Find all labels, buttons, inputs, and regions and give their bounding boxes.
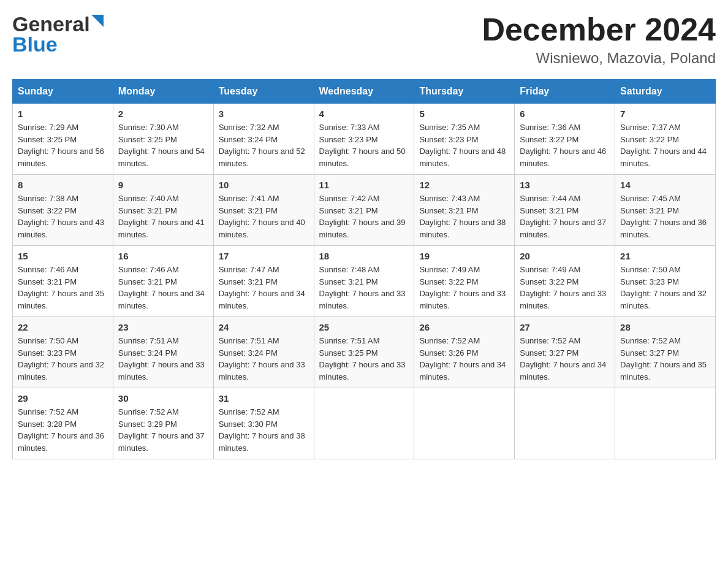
calendar-week-row: 8Sunrise: 7:38 AMSunset: 3:22 PMDaylight… xyxy=(13,175,716,246)
header-wednesday: Wednesday xyxy=(314,80,414,104)
day-number: 21 xyxy=(620,251,710,261)
day-info: Sunrise: 7:29 AMSunset: 3:25 PMDaylight:… xyxy=(18,121,108,169)
day-info: Sunrise: 7:48 AMSunset: 3:21 PMDaylight:… xyxy=(319,264,409,312)
title-section: December 2024 Wisniewo, Mazovia, Poland xyxy=(482,12,716,67)
table-row: 22Sunrise: 7:50 AMSunset: 3:23 PMDayligh… xyxy=(13,317,113,388)
day-info: Sunrise: 7:52 AMSunset: 3:29 PMDaylight:… xyxy=(118,406,208,454)
day-info: Sunrise: 7:51 AMSunset: 3:24 PMDaylight:… xyxy=(118,335,208,383)
day-info: Sunrise: 7:37 AMSunset: 3:22 PMDaylight:… xyxy=(620,121,710,169)
day-info: Sunrise: 7:49 AMSunset: 3:22 PMDaylight:… xyxy=(520,264,610,312)
table-row: 6Sunrise: 7:36 AMSunset: 3:22 PMDaylight… xyxy=(515,104,615,175)
table-row: 25Sunrise: 7:51 AMSunset: 3:25 PMDayligh… xyxy=(314,317,414,388)
table-row xyxy=(615,388,716,459)
day-number: 30 xyxy=(118,393,208,404)
day-number: 9 xyxy=(118,180,208,190)
day-number: 31 xyxy=(219,393,309,404)
table-row: 3Sunrise: 7:32 AMSunset: 3:24 PMDaylight… xyxy=(213,104,314,175)
table-row: 7Sunrise: 7:37 AMSunset: 3:22 PMDaylight… xyxy=(615,104,716,175)
table-row: 8Sunrise: 7:38 AMSunset: 3:22 PMDaylight… xyxy=(13,175,113,246)
day-number: 26 xyxy=(419,322,509,332)
day-number: 24 xyxy=(219,322,309,332)
day-number: 3 xyxy=(219,109,309,119)
table-row: 24Sunrise: 7:51 AMSunset: 3:24 PMDayligh… xyxy=(213,317,314,388)
day-number: 16 xyxy=(118,251,208,261)
table-row xyxy=(515,388,615,459)
day-number: 1 xyxy=(18,109,108,119)
table-row: 10Sunrise: 7:41 AMSunset: 3:21 PMDayligh… xyxy=(213,175,314,246)
calendar-week-row: 29Sunrise: 7:52 AMSunset: 3:28 PMDayligh… xyxy=(13,388,716,459)
day-info: Sunrise: 7:32 AMSunset: 3:24 PMDaylight:… xyxy=(219,121,309,169)
day-info: Sunrise: 7:40 AMSunset: 3:21 PMDaylight:… xyxy=(118,193,208,240)
day-number: 15 xyxy=(18,251,108,261)
day-number: 6 xyxy=(520,109,610,119)
day-number: 22 xyxy=(18,322,108,332)
table-row: 20Sunrise: 7:49 AMSunset: 3:22 PMDayligh… xyxy=(515,246,615,317)
day-info: Sunrise: 7:52 AMSunset: 3:27 PMDaylight:… xyxy=(620,335,710,383)
table-row: 9Sunrise: 7:40 AMSunset: 3:21 PMDaylight… xyxy=(113,175,213,246)
day-info: Sunrise: 7:52 AMSunset: 3:30 PMDaylight:… xyxy=(219,406,309,454)
day-number: 12 xyxy=(419,180,509,190)
table-row: 15Sunrise: 7:46 AMSunset: 3:21 PMDayligh… xyxy=(13,246,113,317)
calendar-header-row: Sunday Monday Tuesday Wednesday Thursday… xyxy=(13,80,716,104)
table-row: 12Sunrise: 7:43 AMSunset: 3:21 PMDayligh… xyxy=(414,175,515,246)
table-row: 1Sunrise: 7:29 AMSunset: 3:25 PMDaylight… xyxy=(13,104,113,175)
day-info: Sunrise: 7:50 AMSunset: 3:23 PMDaylight:… xyxy=(18,335,108,383)
day-number: 29 xyxy=(18,393,108,404)
day-number: 23 xyxy=(118,322,208,332)
table-row: 19Sunrise: 7:49 AMSunset: 3:22 PMDayligh… xyxy=(414,246,515,317)
location-title: Wisniewo, Mazovia, Poland xyxy=(482,50,716,67)
day-info: Sunrise: 7:52 AMSunset: 3:28 PMDaylight:… xyxy=(18,406,108,454)
day-info: Sunrise: 7:42 AMSunset: 3:21 PMDaylight:… xyxy=(319,193,409,240)
table-row: 4Sunrise: 7:33 AMSunset: 3:23 PMDaylight… xyxy=(314,104,414,175)
day-number: 4 xyxy=(319,109,409,119)
header-tuesday: Tuesday xyxy=(213,80,314,104)
day-info: Sunrise: 7:46 AMSunset: 3:21 PMDaylight:… xyxy=(118,264,208,312)
table-row: 2Sunrise: 7:30 AMSunset: 3:25 PMDaylight… xyxy=(113,104,213,175)
day-number: 8 xyxy=(18,180,108,190)
header-monday: Monday xyxy=(113,80,213,104)
table-row: 17Sunrise: 7:47 AMSunset: 3:21 PMDayligh… xyxy=(213,246,314,317)
day-number: 17 xyxy=(219,251,309,261)
logo: General Blue xyxy=(12,12,108,56)
day-info: Sunrise: 7:41 AMSunset: 3:21 PMDaylight:… xyxy=(219,193,309,240)
table-row: 31Sunrise: 7:52 AMSunset: 3:30 PMDayligh… xyxy=(213,388,314,459)
table-row xyxy=(314,388,414,459)
month-title: December 2024 xyxy=(482,12,716,47)
day-number: 2 xyxy=(118,109,208,119)
page-header: General Blue December 2024 Wisniewo, Maz… xyxy=(12,12,716,67)
day-info: Sunrise: 7:47 AMSunset: 3:21 PMDaylight:… xyxy=(219,264,309,312)
table-row: 11Sunrise: 7:42 AMSunset: 3:21 PMDayligh… xyxy=(314,175,414,246)
calendar-week-row: 22Sunrise: 7:50 AMSunset: 3:23 PMDayligh… xyxy=(13,317,716,388)
day-number: 18 xyxy=(319,251,409,261)
day-number: 5 xyxy=(419,109,509,119)
table-row: 21Sunrise: 7:50 AMSunset: 3:23 PMDayligh… xyxy=(615,246,716,317)
table-row: 16Sunrise: 7:46 AMSunset: 3:21 PMDayligh… xyxy=(113,246,213,317)
table-row: 26Sunrise: 7:52 AMSunset: 3:26 PMDayligh… xyxy=(414,317,515,388)
day-info: Sunrise: 7:49 AMSunset: 3:22 PMDaylight:… xyxy=(419,264,509,312)
day-info: Sunrise: 7:30 AMSunset: 3:25 PMDaylight:… xyxy=(118,121,208,169)
table-row: 14Sunrise: 7:45 AMSunset: 3:21 PMDayligh… xyxy=(615,175,716,246)
table-row: 30Sunrise: 7:52 AMSunset: 3:29 PMDayligh… xyxy=(113,388,213,459)
day-info: Sunrise: 7:36 AMSunset: 3:22 PMDaylight:… xyxy=(520,121,610,169)
day-info: Sunrise: 7:51 AMSunset: 3:24 PMDaylight:… xyxy=(219,335,309,383)
day-number: 14 xyxy=(620,180,710,190)
day-number: 20 xyxy=(520,251,610,261)
header-thursday: Thursday xyxy=(414,80,515,104)
table-row: 18Sunrise: 7:48 AMSunset: 3:21 PMDayligh… xyxy=(314,246,414,317)
day-info: Sunrise: 7:45 AMSunset: 3:21 PMDaylight:… xyxy=(620,193,710,240)
day-info: Sunrise: 7:52 AMSunset: 3:26 PMDaylight:… xyxy=(419,335,509,383)
day-number: 27 xyxy=(520,322,610,332)
day-info: Sunrise: 7:33 AMSunset: 3:23 PMDaylight:… xyxy=(319,121,409,169)
table-row: 23Sunrise: 7:51 AMSunset: 3:24 PMDayligh… xyxy=(113,317,213,388)
day-number: 7 xyxy=(620,109,710,119)
svg-marker-0 xyxy=(91,15,104,27)
day-number: 25 xyxy=(319,322,409,332)
day-number: 11 xyxy=(319,180,409,190)
calendar-week-row: 1Sunrise: 7:29 AMSunset: 3:25 PMDaylight… xyxy=(13,104,716,175)
day-info: Sunrise: 7:35 AMSunset: 3:23 PMDaylight:… xyxy=(419,121,509,169)
day-info: Sunrise: 7:46 AMSunset: 3:21 PMDaylight:… xyxy=(18,264,108,312)
table-row xyxy=(414,388,515,459)
table-row: 13Sunrise: 7:44 AMSunset: 3:21 PMDayligh… xyxy=(515,175,615,246)
day-info: Sunrise: 7:52 AMSunset: 3:27 PMDaylight:… xyxy=(520,335,610,383)
day-number: 28 xyxy=(620,322,710,332)
